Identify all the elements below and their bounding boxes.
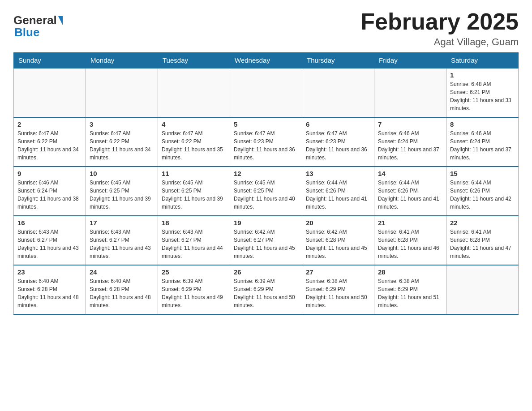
calendar-cell: 12 Sunrise: 6:45 AMSunset: 6:25 PMDaylig…	[230, 167, 302, 216]
day-info: Sunrise: 6:42 AMSunset: 6:28 PMDaylight:…	[306, 228, 370, 260]
calendar-cell: 3 Sunrise: 6:47 AMSunset: 6:22 PMDayligh…	[86, 117, 158, 167]
page-header: General Blue February 2025 Agat Village,…	[13, 9, 519, 48]
calendar-cell: 8 Sunrise: 6:46 AMSunset: 6:24 PMDayligh…	[446, 117, 519, 167]
calendar-cell	[446, 265, 519, 314]
day-info: Sunrise: 6:41 AMSunset: 6:28 PMDaylight:…	[378, 228, 442, 260]
day-number: 23	[17, 268, 82, 276]
day-number: 28	[378, 268, 442, 276]
day-info: Sunrise: 6:44 AMSunset: 6:26 PMDaylight:…	[378, 179, 442, 211]
calendar-cell: 7 Sunrise: 6:46 AMSunset: 6:24 PMDayligh…	[374, 117, 446, 167]
day-info: Sunrise: 6:38 AMSunset: 6:29 PMDaylight:…	[306, 277, 370, 309]
calendar-cell: 19 Sunrise: 6:42 AMSunset: 6:27 PMDaylig…	[230, 216, 302, 265]
day-info: Sunrise: 6:47 AMSunset: 6:22 PMDaylight:…	[90, 129, 154, 162]
calendar-cell	[86, 68, 158, 117]
day-info: Sunrise: 6:40 AMSunset: 6:28 PMDaylight:…	[17, 277, 82, 309]
day-number: 11	[162, 170, 226, 177]
week-row-4: 16 Sunrise: 6:43 AMSunset: 6:27 PMDaylig…	[14, 216, 519, 265]
calendar-cell: 21 Sunrise: 6:41 AMSunset: 6:28 PMDaylig…	[374, 216, 446, 265]
day-number: 10	[90, 170, 154, 177]
day-number: 20	[306, 219, 370, 227]
calendar-cell: 10 Sunrise: 6:45 AMSunset: 6:25 PMDaylig…	[86, 167, 158, 216]
day-header-wednesday: Wednesday	[230, 53, 302, 68]
logo: General Blue	[13, 13, 63, 39]
day-info: Sunrise: 6:47 AMSunset: 6:23 PMDaylight:…	[234, 129, 298, 162]
day-number: 13	[306, 170, 370, 177]
logo-triangle-icon	[58, 16, 63, 25]
day-header-thursday: Thursday	[302, 53, 374, 68]
day-info: Sunrise: 6:39 AMSunset: 6:29 PMDaylight:…	[162, 277, 226, 309]
day-number: 8	[450, 120, 515, 128]
day-info: Sunrise: 6:47 AMSunset: 6:23 PMDaylight:…	[306, 129, 370, 162]
calendar-cell	[302, 68, 374, 117]
calendar-cell: 13 Sunrise: 6:44 AMSunset: 6:26 PMDaylig…	[302, 167, 374, 216]
day-number: 12	[234, 170, 298, 177]
calendar-cell: 4 Sunrise: 6:47 AMSunset: 6:22 PMDayligh…	[158, 117, 230, 167]
day-info: Sunrise: 6:38 AMSunset: 6:29 PMDaylight:…	[378, 277, 442, 309]
day-number: 27	[306, 268, 370, 276]
day-info: Sunrise: 6:44 AMSunset: 6:26 PMDaylight:…	[450, 179, 515, 211]
calendar-cell	[158, 68, 230, 117]
day-header-tuesday: Tuesday	[158, 53, 230, 68]
day-info: Sunrise: 6:46 AMSunset: 6:24 PMDaylight:…	[378, 129, 442, 162]
day-info: Sunrise: 6:46 AMSunset: 6:24 PMDaylight:…	[450, 129, 515, 162]
day-number: 25	[162, 268, 226, 276]
calendar-cell: 27 Sunrise: 6:38 AMSunset: 6:29 PMDaylig…	[302, 265, 374, 314]
calendar-cell: 25 Sunrise: 6:39 AMSunset: 6:29 PMDaylig…	[158, 265, 230, 314]
calendar-cell: 15 Sunrise: 6:44 AMSunset: 6:26 PMDaylig…	[446, 167, 519, 216]
week-row-5: 23 Sunrise: 6:40 AMSunset: 6:28 PMDaylig…	[14, 265, 519, 314]
calendar-cell: 28 Sunrise: 6:38 AMSunset: 6:29 PMDaylig…	[374, 265, 446, 314]
calendar-table: SundayMondayTuesdayWednesdayThursdayFrid…	[13, 52, 519, 315]
calendar-cell: 9 Sunrise: 6:46 AMSunset: 6:24 PMDayligh…	[14, 167, 86, 216]
calendar-cell: 2 Sunrise: 6:47 AMSunset: 6:22 PMDayligh…	[14, 117, 86, 167]
day-number: 5	[234, 120, 298, 128]
day-number: 18	[162, 219, 226, 227]
title-block: February 2025 Agat Village, Guam	[360, 9, 519, 48]
week-row-3: 9 Sunrise: 6:46 AMSunset: 6:24 PMDayligh…	[14, 167, 519, 216]
day-info: Sunrise: 6:47 AMSunset: 6:22 PMDaylight:…	[17, 129, 82, 162]
day-number: 3	[90, 120, 154, 128]
day-header-monday: Monday	[86, 53, 158, 68]
day-number: 26	[234, 268, 298, 276]
day-header-friday: Friday	[374, 53, 446, 68]
calendar-cell: 5 Sunrise: 6:47 AMSunset: 6:23 PMDayligh…	[230, 117, 302, 167]
day-info: Sunrise: 6:40 AMSunset: 6:28 PMDaylight:…	[90, 277, 154, 309]
day-number: 6	[306, 120, 370, 128]
day-number: 14	[378, 170, 442, 177]
day-number: 4	[162, 120, 226, 128]
day-number: 17	[90, 219, 154, 227]
day-info: Sunrise: 6:43 AMSunset: 6:27 PMDaylight:…	[162, 228, 226, 260]
week-row-1: 1 Sunrise: 6:48 AMSunset: 6:21 PMDayligh…	[14, 68, 519, 117]
month-title: February 2025	[360, 9, 519, 34]
calendar-cell: 14 Sunrise: 6:44 AMSunset: 6:26 PMDaylig…	[374, 167, 446, 216]
day-number: 22	[450, 219, 515, 227]
calendar-cell	[14, 68, 86, 117]
day-number: 24	[90, 268, 154, 276]
day-info: Sunrise: 6:45 AMSunset: 6:25 PMDaylight:…	[162, 179, 226, 211]
day-headers-row: SundayMondayTuesdayWednesdayThursdayFrid…	[14, 53, 519, 68]
day-info: Sunrise: 6:43 AMSunset: 6:27 PMDaylight:…	[17, 228, 82, 260]
logo-blue-text: Blue	[14, 26, 39, 39]
calendar-cell	[374, 68, 446, 117]
calendar-cell: 16 Sunrise: 6:43 AMSunset: 6:27 PMDaylig…	[14, 216, 86, 265]
day-info: Sunrise: 6:42 AMSunset: 6:27 PMDaylight:…	[234, 228, 298, 260]
calendar-cell: 22 Sunrise: 6:41 AMSunset: 6:28 PMDaylig…	[446, 216, 519, 265]
day-header-sunday: Sunday	[14, 53, 86, 68]
calendar-cell: 18 Sunrise: 6:43 AMSunset: 6:27 PMDaylig…	[158, 216, 230, 265]
day-number: 15	[450, 170, 515, 177]
calendar-cell: 23 Sunrise: 6:40 AMSunset: 6:28 PMDaylig…	[14, 265, 86, 314]
day-header-saturday: Saturday	[446, 53, 519, 68]
day-info: Sunrise: 6:41 AMSunset: 6:28 PMDaylight:…	[450, 228, 515, 260]
day-info: Sunrise: 6:44 AMSunset: 6:26 PMDaylight:…	[306, 179, 370, 211]
day-number: 1	[450, 71, 515, 79]
day-info: Sunrise: 6:48 AMSunset: 6:21 PMDaylight:…	[450, 80, 515, 112]
day-number: 9	[17, 170, 82, 177]
calendar-cell: 17 Sunrise: 6:43 AMSunset: 6:27 PMDaylig…	[86, 216, 158, 265]
day-info: Sunrise: 6:45 AMSunset: 6:25 PMDaylight:…	[90, 179, 154, 211]
calendar-cell: 20 Sunrise: 6:42 AMSunset: 6:28 PMDaylig…	[302, 216, 374, 265]
calendar-cell: 24 Sunrise: 6:40 AMSunset: 6:28 PMDaylig…	[86, 265, 158, 314]
day-number: 21	[378, 219, 442, 227]
day-info: Sunrise: 6:45 AMSunset: 6:25 PMDaylight:…	[234, 179, 298, 211]
week-row-2: 2 Sunrise: 6:47 AMSunset: 6:22 PMDayligh…	[14, 117, 519, 167]
day-info: Sunrise: 6:46 AMSunset: 6:24 PMDaylight:…	[17, 179, 82, 211]
day-number: 16	[17, 219, 82, 227]
